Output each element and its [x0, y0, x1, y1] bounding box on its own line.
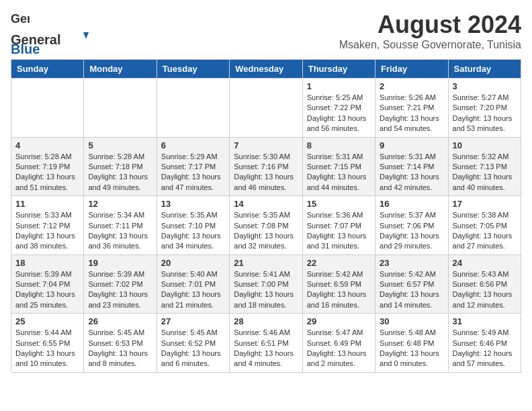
svg-marker-2 — [83, 32, 89, 39]
day-number: 6 — [161, 140, 225, 150]
day-cell: 11Sunrise: 5:33 AM Sunset: 7:12 PM Dayli… — [11, 196, 84, 255]
day-number: 23 — [380, 258, 443, 268]
page-header: General General Blue August 2024 Msaken,… — [11, 11, 521, 54]
day-number: 15 — [307, 199, 371, 209]
logo: General General Blue — [11, 11, 91, 54]
day-number: 14 — [234, 199, 298, 209]
day-cell: 23Sunrise: 5:42 AM Sunset: 6:57 PM Dayli… — [375, 255, 448, 314]
day-number: 31 — [453, 316, 517, 326]
day-info: Sunrise: 5:49 AM Sunset: 6:46 PM Dayligh… — [453, 328, 517, 369]
day-info: Sunrise: 5:43 AM Sunset: 6:56 PM Dayligh… — [453, 269, 517, 311]
day-info: Sunrise: 5:46 AM Sunset: 6:51 PM Dayligh… — [234, 328, 298, 369]
day-cell — [230, 79, 302, 138]
day-cell: 20Sunrise: 5:40 AM Sunset: 7:01 PM Dayli… — [157, 255, 229, 314]
day-number: 19 — [88, 258, 152, 268]
day-info: Sunrise: 5:28 AM Sunset: 7:18 PM Dayligh… — [88, 152, 152, 193]
day-info: Sunrise: 5:37 AM Sunset: 7:06 PM Dayligh… — [380, 210, 443, 252]
day-number: 9 — [380, 140, 443, 150]
day-number: 17 — [453, 199, 517, 209]
day-info: Sunrise: 5:34 AM Sunset: 7:11 PM Dayligh… — [88, 210, 152, 252]
day-info: Sunrise: 5:35 AM Sunset: 7:08 PM Dayligh… — [234, 210, 298, 252]
day-info: Sunrise: 5:26 AM Sunset: 7:21 PM Dayligh… — [380, 93, 443, 134]
day-cell — [84, 79, 157, 138]
day-cell: 15Sunrise: 5:36 AM Sunset: 7:07 PM Dayli… — [302, 196, 375, 255]
column-header-friday: Friday — [375, 60, 448, 79]
svg-text:Blue: Blue — [11, 42, 40, 54]
week-row-4: 18Sunrise: 5:39 AM Sunset: 7:04 PM Dayli… — [11, 255, 521, 314]
week-row-1: 1Sunrise: 5:25 AM Sunset: 7:22 PM Daylig… — [11, 79, 521, 138]
day-cell: 7Sunrise: 5:30 AM Sunset: 7:16 PM Daylig… — [230, 137, 302, 196]
day-cell: 24Sunrise: 5:43 AM Sunset: 6:56 PM Dayli… — [448, 255, 521, 314]
day-cell: 5Sunrise: 5:28 AM Sunset: 7:18 PM Daylig… — [84, 137, 157, 196]
day-number: 13 — [161, 199, 225, 209]
day-cell: 31Sunrise: 5:49 AM Sunset: 6:46 PM Dayli… — [448, 314, 521, 373]
day-info: Sunrise: 5:35 AM Sunset: 7:10 PM Dayligh… — [161, 210, 225, 252]
day-cell: 29Sunrise: 5:47 AM Sunset: 6:49 PM Dayli… — [302, 314, 375, 373]
day-info: Sunrise: 5:36 AM Sunset: 7:07 PM Dayligh… — [307, 210, 371, 252]
day-cell: 27Sunrise: 5:45 AM Sunset: 6:52 PM Dayli… — [157, 314, 229, 373]
day-number: 27 — [161, 316, 225, 326]
day-cell: 16Sunrise: 5:37 AM Sunset: 7:06 PM Dayli… — [375, 196, 448, 255]
day-number: 4 — [15, 140, 79, 150]
page-subtitle: Msaken, Sousse Governorate, Tunisia — [339, 39, 521, 51]
day-number: 7 — [234, 140, 298, 150]
day-number: 8 — [307, 140, 371, 150]
day-number: 12 — [88, 199, 152, 209]
day-info: Sunrise: 5:42 AM Sunset: 6:59 PM Dayligh… — [307, 269, 371, 311]
day-cell: 17Sunrise: 5:38 AM Sunset: 7:05 PM Dayli… — [448, 196, 521, 255]
day-number: 11 — [15, 199, 79, 209]
day-cell: 9Sunrise: 5:31 AM Sunset: 7:14 PM Daylig… — [375, 137, 448, 196]
day-cell: 1Sunrise: 5:25 AM Sunset: 7:22 PM Daylig… — [302, 79, 375, 138]
day-info: Sunrise: 5:25 AM Sunset: 7:22 PM Dayligh… — [307, 93, 371, 134]
day-cell: 10Sunrise: 5:32 AM Sunset: 7:13 PM Dayli… — [448, 137, 521, 196]
day-info: Sunrise: 5:44 AM Sunset: 6:55 PM Dayligh… — [15, 328, 79, 369]
column-header-saturday: Saturday — [448, 60, 521, 79]
column-header-wednesday: Wednesday — [230, 60, 302, 79]
day-number: 28 — [234, 316, 298, 326]
day-number: 30 — [380, 316, 443, 326]
day-cell: 12Sunrise: 5:34 AM Sunset: 7:11 PM Dayli… — [84, 196, 157, 255]
day-info: Sunrise: 5:42 AM Sunset: 6:57 PM Dayligh… — [380, 269, 443, 311]
day-cell: 18Sunrise: 5:39 AM Sunset: 7:04 PM Dayli… — [11, 255, 84, 314]
day-number: 20 — [161, 258, 225, 268]
day-number: 21 — [234, 258, 298, 268]
day-cell: 4Sunrise: 5:28 AM Sunset: 7:19 PM Daylig… — [11, 137, 84, 196]
logo-icon: General — [11, 11, 30, 30]
week-row-5: 25Sunrise: 5:44 AM Sunset: 6:55 PM Dayli… — [11, 314, 521, 373]
day-cell — [11, 79, 84, 138]
day-cell: 3Sunrise: 5:27 AM Sunset: 7:20 PM Daylig… — [448, 79, 521, 138]
day-cell: 19Sunrise: 5:39 AM Sunset: 7:02 PM Dayli… — [84, 255, 157, 314]
day-info: Sunrise: 5:45 AM Sunset: 6:52 PM Dayligh… — [161, 328, 225, 369]
week-row-2: 4Sunrise: 5:28 AM Sunset: 7:19 PM Daylig… — [11, 137, 521, 196]
day-info: Sunrise: 5:38 AM Sunset: 7:05 PM Dayligh… — [453, 210, 517, 252]
page-title: August 2024 — [339, 11, 521, 39]
day-number: 22 — [307, 258, 371, 268]
day-info: Sunrise: 5:33 AM Sunset: 7:12 PM Dayligh… — [15, 210, 79, 252]
day-cell: 28Sunrise: 5:46 AM Sunset: 6:51 PM Dayli… — [230, 314, 302, 373]
calendar-header-row: SundayMondayTuesdayWednesdayThursdayFrid… — [11, 60, 521, 79]
day-cell: 22Sunrise: 5:42 AM Sunset: 6:59 PM Dayli… — [302, 255, 375, 314]
logo-full: General Blue — [11, 30, 91, 54]
day-info: Sunrise: 5:47 AM Sunset: 6:49 PM Dayligh… — [307, 328, 371, 369]
day-number: 3 — [453, 81, 517, 91]
day-cell: 8Sunrise: 5:31 AM Sunset: 7:15 PM Daylig… — [302, 137, 375, 196]
day-info: Sunrise: 5:32 AM Sunset: 7:13 PM Dayligh… — [453, 152, 517, 193]
column-header-tuesday: Tuesday — [157, 60, 229, 79]
calendar-table: SundayMondayTuesdayWednesdayThursdayFrid… — [11, 59, 521, 373]
day-number: 5 — [88, 140, 152, 150]
day-info: Sunrise: 5:31 AM Sunset: 7:15 PM Dayligh… — [307, 152, 371, 193]
day-number: 24 — [453, 258, 517, 268]
day-info: Sunrise: 5:30 AM Sunset: 7:16 PM Dayligh… — [234, 152, 298, 193]
day-cell: 14Sunrise: 5:35 AM Sunset: 7:08 PM Dayli… — [230, 196, 302, 255]
day-cell: 13Sunrise: 5:35 AM Sunset: 7:10 PM Dayli… — [157, 196, 229, 255]
day-info: Sunrise: 5:28 AM Sunset: 7:19 PM Dayligh… — [15, 152, 79, 193]
day-cell — [157, 79, 229, 138]
svg-text:General: General — [11, 12, 30, 26]
day-number: 25 — [15, 316, 79, 326]
day-info: Sunrise: 5:40 AM Sunset: 7:01 PM Dayligh… — [161, 269, 225, 311]
day-number: 1 — [307, 81, 371, 91]
column-header-sunday: Sunday — [11, 60, 84, 79]
day-number: 18 — [15, 258, 79, 268]
title-area: August 2024 Msaken, Sousse Governorate, … — [339, 11, 521, 51]
column-header-monday: Monday — [84, 60, 157, 79]
